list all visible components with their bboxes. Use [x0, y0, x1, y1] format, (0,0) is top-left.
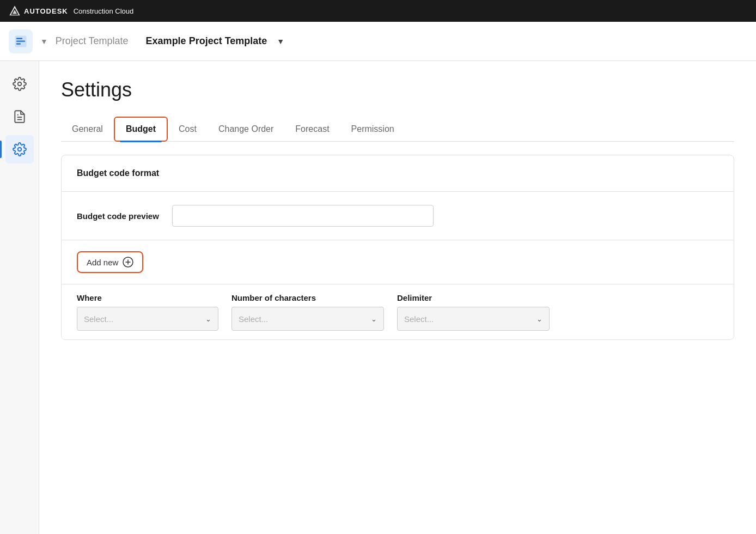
col-num-chars-chevron: ⌄ [371, 315, 377, 323]
col-num-chars-select[interactable]: Select... ⌄ [231, 307, 384, 331]
svg-point-10 [17, 148, 21, 151]
add-new-button[interactable]: Add new [77, 251, 143, 273]
page-title: Settings [61, 78, 734, 101]
budget-code-format-section: Budget code format [62, 155, 734, 192]
sidebar [0, 61, 39, 534]
column-delimiter: Delimiter Select... ⌄ [397, 293, 550, 331]
column-num-chars: Number of characters Select... ⌄ [231, 293, 384, 331]
svg-point-7 [17, 82, 21, 86]
main-layout: Settings General Budget Cost Change Orde… [0, 61, 756, 534]
add-new-section: Add new [62, 240, 734, 284]
sidebar-item-settings[interactable] [5, 135, 34, 163]
document-icon [13, 110, 27, 124]
col-where-placeholder: Select... [84, 314, 113, 324]
preview-label: Budget code preview [77, 211, 159, 221]
col-num-chars-header: Number of characters [231, 293, 384, 302]
tab-general[interactable]: General [61, 117, 114, 141]
sidebar-item-gear[interactable] [5, 70, 34, 98]
breadcrumb-child: Example Project Template [146, 35, 267, 47]
sidebar-item-document[interactable] [5, 102, 34, 131]
col-num-chars-placeholder: Select... [239, 314, 268, 324]
col-where-chevron: ⌄ [205, 315, 211, 323]
brand-name: AUTODESK [24, 7, 68, 15]
breadcrumb-parent: Project Template [56, 35, 129, 47]
budget-code-format-title: Budget code format [77, 168, 159, 178]
breadcrumb-chevron: ▼ [40, 37, 48, 46]
tab-permission[interactable]: Permission [340, 117, 405, 141]
tabs: General Budget Cost Change Order Forecas… [61, 117, 734, 142]
col-where-header: Where [77, 293, 218, 302]
autodesk-icon [9, 5, 21, 17]
add-new-label: Add new [87, 258, 118, 267]
settings-icon [13, 142, 27, 156]
col-delimiter-chevron: ⌄ [536, 315, 542, 323]
gear-icon [13, 77, 27, 91]
breadcrumb-bar: ▼ Project Template Example Project Templ… [0, 22, 756, 61]
app-icon-svg [14, 34, 28, 48]
app-icon[interactable] [9, 29, 33, 53]
autodesk-logo: AUTODESK Construction Cloud [9, 5, 133, 17]
tab-budget[interactable]: Budget [114, 117, 168, 142]
table-header-section: Where Select... ⌄ Number of characters S… [62, 284, 734, 339]
svg-rect-6 [16, 43, 21, 44]
tab-cost[interactable]: Cost [168, 117, 208, 141]
tab-change-order[interactable]: Change Order [208, 117, 284, 141]
col-delimiter-header: Delimiter [397, 293, 550, 302]
add-new-icon [123, 257, 133, 268]
svg-rect-4 [16, 38, 22, 39]
product-name: Construction Cloud [74, 7, 134, 15]
budget-code-preview-input[interactable] [172, 205, 434, 227]
breadcrumb-title-chevron[interactable]: ▼ [277, 37, 284, 46]
budget-code-preview-section: Budget code preview [62, 192, 734, 240]
svg-rect-5 [16, 40, 25, 41]
col-where-select[interactable]: Select... ⌄ [77, 307, 218, 331]
tab-forecast[interactable]: Forecast [284, 117, 340, 141]
col-delimiter-select[interactable]: Select... ⌄ [397, 307, 550, 331]
top-bar: AUTODESK Construction Cloud [0, 0, 756, 22]
column-where: Where Select... ⌄ [77, 293, 218, 331]
settings-card: Budget code format Budget code preview A… [61, 155, 734, 340]
content-area: Settings General Budget Cost Change Orde… [39, 61, 756, 534]
col-delimiter-placeholder: Select... [404, 314, 434, 324]
